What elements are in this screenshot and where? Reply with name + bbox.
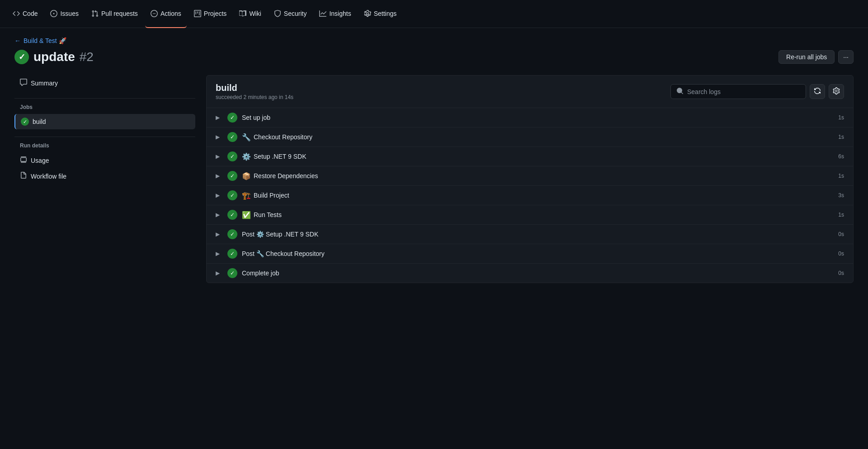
chevron-right-icon-3: ▶	[216, 173, 223, 179]
breadcrumb-back-link[interactable]: ← Build & Test 🚀	[14, 37, 66, 44]
chevron-right-icon-0: ▶	[216, 114, 223, 121]
run-number: #2	[80, 50, 94, 64]
search-logs-input[interactable]	[687, 88, 800, 95]
job-step-6[interactable]: ▶ ✓ Post ⚙️ Setup .NET 9 SDK 0s	[207, 225, 853, 244]
step-duration-1: 1s	[838, 134, 844, 140]
job-step-3[interactable]: ▶ ✓ 📦 Restore Dependencies 1s	[207, 166, 853, 186]
jobs-label: Jobs	[14, 102, 195, 114]
nav-settings-label: Settings	[374, 10, 397, 17]
job-steps-list: ▶ ✓ Set up job 1s ▶ ✓ 🔧 Checkout Reposit…	[207, 108, 853, 283]
build-title: build	[216, 83, 293, 93]
sidebar: Summary Jobs ✓ build Run details Usag	[14, 75, 195, 283]
step-status-0: ✓	[227, 113, 237, 123]
job-step-0[interactable]: ▶ ✓ Set up job 1s	[207, 108, 853, 128]
nav-projects[interactable]: Projects	[189, 0, 232, 28]
chevron-right-icon-2: ▶	[216, 153, 223, 160]
breadcrumb-label: Build & Test 🚀	[24, 37, 66, 44]
step-duration-8: 0s	[838, 270, 844, 276]
nav-issues[interactable]: Issues	[45, 0, 84, 28]
sidebar-summary-section: Summary	[14, 75, 195, 91]
actions-icon	[151, 10, 158, 17]
sidebar-summary[interactable]: Summary	[14, 75, 195, 91]
nav-settings[interactable]: Settings	[359, 0, 402, 28]
step-label-4: Build Project	[254, 192, 289, 199]
chevron-right-icon-7: ▶	[216, 250, 223, 257]
nav-wiki-label: Wiki	[249, 10, 261, 17]
run-title: ✓ update #2	[14, 50, 94, 64]
more-options-button[interactable]: ···	[838, 50, 854, 64]
step-duration-6: 0s	[838, 231, 844, 237]
pr-icon	[91, 10, 99, 17]
step-status-3: ✓	[227, 171, 237, 181]
step-name-1: 🔧 Checkout Repository	[242, 133, 834, 142]
rerun-all-button[interactable]: Re-run all jobs	[778, 50, 835, 64]
nav-security[interactable]: Security	[269, 0, 312, 28]
search-icon	[676, 87, 684, 96]
nav-pullrequests[interactable]: Pull requests	[86, 0, 143, 28]
sidebar-divider-1	[14, 98, 195, 99]
main-layout: Summary Jobs ✓ build Run details Usag	[14, 75, 854, 283]
issues-icon	[50, 10, 57, 17]
step-status-1: ✓	[227, 132, 237, 142]
step-label-5: Run Tests	[254, 211, 282, 218]
chevron-right-icon-1: ▶	[216, 134, 223, 140]
job-step-5[interactable]: ▶ ✓ ✅ Run Tests 1s	[207, 205, 853, 225]
nav-code-label: Code	[23, 10, 38, 17]
nav-wiki[interactable]: Wiki	[234, 0, 266, 28]
nav-insights[interactable]: Insights	[314, 0, 356, 28]
nav-actions[interactable]: Actions	[145, 0, 187, 28]
step-name-5: ✅ Run Tests	[242, 211, 834, 219]
chevron-right-icon-6: ▶	[216, 231, 223, 237]
refresh-icon	[814, 87, 821, 96]
step-label-6: Post ⚙️ Setup .NET 9 SDK	[242, 231, 318, 238]
job-step-8[interactable]: ▶ ✓ Complete job 0s	[207, 264, 853, 283]
nav-security-label: Security	[284, 10, 307, 17]
search-logs-container[interactable]	[670, 84, 806, 99]
chevron-right-icon-8: ▶	[216, 270, 223, 276]
sidebar-job-build[interactable]: ✓ build	[14, 114, 195, 129]
refresh-button[interactable]	[810, 84, 825, 99]
gear-icon	[833, 87, 840, 96]
content-header: build succeeded 2 minutes ago in 14s	[207, 76, 853, 108]
step-name-4: 🏗️ Build Project	[242, 191, 834, 200]
nav-issues-label: Issues	[60, 10, 78, 17]
step-name-0: Set up job	[242, 114, 834, 121]
top-navigation: Code Issues Pull requests Actions Projec…	[0, 0, 868, 28]
job-step-7[interactable]: ▶ ✓ Post 🔧 Checkout Repository 0s	[207, 244, 853, 264]
step-label-7: Post 🔧 Checkout Repository	[242, 250, 325, 257]
gear-button[interactable]	[829, 84, 844, 99]
security-icon	[274, 10, 281, 17]
nav-actions-label: Actions	[160, 10, 181, 17]
content-area: build succeeded 2 minutes ago in 14s	[206, 75, 854, 283]
build-subtitle: succeeded 2 minutes ago in 14s	[216, 94, 293, 100]
step-duration-0: 1s	[838, 114, 844, 121]
breadcrumb: ← Build & Test 🚀	[14, 37, 854, 44]
sidebar-usage[interactable]: Usage	[14, 152, 195, 168]
sidebar-job-build-label: build	[33, 118, 46, 125]
sidebar-workflow-file[interactable]: Workflow file	[14, 168, 195, 184]
step-name-3: 📦 Restore Dependencies	[242, 172, 834, 180]
step-label-2: Setup .NET 9 SDK	[254, 153, 306, 160]
step-name-6: Post ⚙️ Setup .NET 9 SDK	[242, 231, 834, 238]
job-step-4[interactable]: ▶ ✓ 🏗️ Build Project 3s	[207, 186, 853, 205]
nav-insights-label: Insights	[329, 10, 351, 17]
job-step-1[interactable]: ▶ ✓ 🔧 Checkout Repository 1s	[207, 128, 853, 147]
sidebar-summary-label: Summary	[31, 80, 58, 87]
workflow-file-icon	[20, 172, 27, 180]
step-status-5: ✓	[227, 210, 237, 220]
step-name-8: Complete job	[242, 269, 834, 277]
job-step-2[interactable]: ▶ ✓ ⚙️ Setup .NET 9 SDK 6s	[207, 147, 853, 166]
step-status-2: ✓	[227, 151, 237, 161]
run-header: ✓ update #2 Re-run all jobs ···	[14, 50, 854, 64]
nav-code[interactable]: Code	[7, 0, 43, 28]
chevron-right-icon-5: ▶	[216, 212, 223, 218]
nav-projects-label: Projects	[204, 10, 227, 17]
job-build-status-icon: ✓	[21, 118, 29, 126]
run-details-label: Run details	[14, 141, 195, 152]
projects-icon	[194, 10, 201, 17]
step-label-8: Complete job	[242, 269, 279, 277]
code-icon	[13, 10, 20, 17]
step-duration-4: 3s	[838, 192, 844, 199]
sidebar-usage-label: Usage	[31, 157, 49, 164]
usage-icon	[20, 156, 27, 165]
